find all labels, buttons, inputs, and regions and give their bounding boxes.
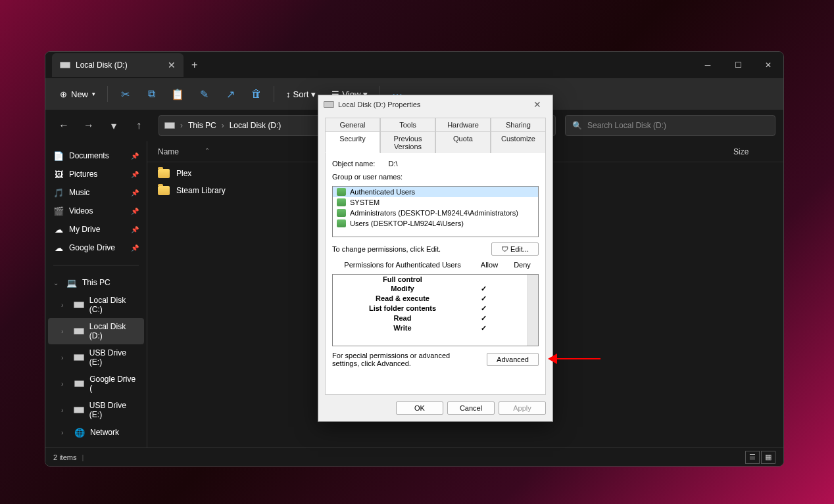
back-button[interactable]: ← [53, 115, 74, 136]
permission-row[interactable]: Write✓ [333, 323, 538, 333]
properties-dialog: Local Disk (D:) Properties ✕ General Too… [318, 95, 553, 422]
chevron-right-icon[interactable]: › [61, 407, 68, 414]
apply-button[interactable]: Apply [499, 401, 546, 415]
chevron-down-icon[interactable]: ⌄ [53, 279, 61, 286]
tab-customize[interactable]: Customize [491, 131, 546, 153]
sidebar-item-pictures[interactable]: 🖼Pictures📌 [48, 165, 144, 183]
sidebar-item-gdrive[interactable]: ›Google Drive ( [48, 371, 144, 397]
sidebar: 📄Documents📌 🖼Pictures📌 🎵Music📌 🎬Videos📌 … [45, 141, 147, 447]
rename-icon[interactable]: ✎ [192, 82, 216, 106]
delete-icon[interactable]: 🗑 [245, 82, 268, 106]
sidebar-item-documents[interactable]: 📄Documents📌 [48, 147, 144, 165]
group-label: Group or user names: [332, 173, 539, 181]
users-listbox[interactable]: Authenticated Users SYSTEM Administrator… [332, 186, 539, 237]
forward-button[interactable]: → [78, 115, 99, 136]
titlebar: Local Disk (D:) ✕ + ─ ☐ ✕ [45, 52, 783, 78]
chevron-right-icon[interactable]: › [61, 429, 69, 436]
statusbar: 2 items | ☰ ▦ [45, 447, 783, 466]
sidebar-item-googledrive[interactable]: ☁Google Drive📌 [48, 239, 144, 257]
details-view-icon[interactable]: ☰ [745, 451, 760, 464]
disk-icon [60, 62, 70, 68]
users-icon [337, 209, 346, 217]
grid-view-icon[interactable]: ▦ [761, 451, 775, 464]
minimize-button[interactable]: ─ [693, 52, 723, 78]
sidebar-item-drive-d[interactable]: ›Local Disk (D:) [48, 318, 144, 344]
pin-icon: 📌 [131, 208, 139, 215]
ok-button[interactable]: OK [396, 401, 443, 415]
new-tab-button[interactable]: + [184, 59, 205, 71]
folder-icon [158, 169, 170, 178]
window-tab[interactable]: Local Disk (D:) ✕ [52, 53, 184, 77]
tab-general[interactable]: General [325, 118, 380, 131]
tab-tools[interactable]: Tools [380, 118, 435, 131]
pin-icon: 📌 [131, 244, 139, 252]
close-button[interactable]: ✕ [753, 52, 783, 78]
disk-icon [324, 101, 334, 108]
pin-icon: 📌 [131, 152, 139, 160]
chevron-down-icon: ▾ [92, 91, 95, 97]
user-item[interactable]: Administrators (DESKTOP-LM924L4\Administ… [333, 208, 538, 218]
deny-header: Deny [506, 261, 539, 269]
sidebar-item-network[interactable]: ›🌐Network [48, 423, 144, 442]
advanced-text: For special permissions or advanced sett… [332, 352, 479, 367]
tab-hardware[interactable]: Hardware [435, 118, 491, 131]
dialog-close-button[interactable]: ✕ [527, 99, 547, 110]
shield-icon: 🛡 [501, 245, 508, 253]
sidebar-item-mydrive[interactable]: ☁My Drive📌 [48, 220, 144, 239]
new-button-label: New [71, 89, 88, 99]
tab-security[interactable]: Security [325, 131, 380, 153]
user-item[interactable]: SYSTEM [333, 197, 538, 208]
sidebar-item-usb-e[interactable]: ›USB Drive (E:) [48, 344, 144, 371]
sidebar-item-drive-c[interactable]: ›Local Disk (C:) [48, 292, 144, 318]
permissions-listbox[interactable]: Full controlModify✓Read & execute✓List f… [332, 274, 539, 346]
copy-icon[interactable]: ⧉ [139, 82, 163, 106]
permission-row[interactable]: List folder contents✓ [333, 304, 538, 313]
sidebar-item-usb-e2[interactable]: ›USB Drive (E:) [48, 397, 144, 423]
permissions-label: Permissions for Authenticated Users [332, 261, 473, 269]
new-button[interactable]: ⊕ New ▾ [53, 85, 102, 103]
edit-button[interactable]: 🛡 Edit... [491, 242, 539, 256]
dialog-title: Local Disk (D:) Properties [338, 101, 420, 108]
permission-row[interactable]: Read & execute✓ [333, 294, 538, 304]
advanced-button[interactable]: Advanced [487, 353, 539, 366]
tab-sharing[interactable]: Sharing [491, 118, 546, 131]
file-name: Plex [176, 169, 191, 178]
breadcrumb-pc[interactable]: This PC [188, 121, 216, 130]
cut-icon[interactable]: ✂ [113, 82, 137, 106]
up-button[interactable]: ↑ [128, 115, 149, 136]
file-name: Steam Library [176, 186, 226, 195]
sidebar-item-music[interactable]: 🎵Music📌 [48, 183, 144, 202]
sidebar-item-videos[interactable]: 🎬Videos📌 [48, 202, 144, 220]
search-input[interactable]: 🔍 Search Local Disk (D:) [565, 115, 775, 136]
sidebar-item-thispc[interactable]: ⌄💻This PC [48, 273, 144, 292]
breadcrumb-disk[interactable]: Local Disk (D:) [230, 121, 282, 130]
pin-icon: 📌 [131, 171, 139, 178]
column-size[interactable]: Size [733, 147, 773, 156]
permission-row[interactable]: Modify✓ [333, 284, 538, 294]
sort-button[interactable]: ↕ Sort ▾ [280, 85, 322, 103]
pin-icon: 📌 [131, 226, 139, 233]
tab-previous-versions[interactable]: Previous Versions [380, 131, 435, 153]
permission-row[interactable]: Read✓ [333, 313, 538, 323]
column-name[interactable]: Name [158, 147, 179, 156]
search-placeholder: Search Local Disk (D:) [587, 121, 666, 130]
chevron-right-icon[interactable]: › [61, 354, 68, 361]
tab-quota[interactable]: Quota [435, 131, 491, 153]
cancel-button[interactable]: Cancel [447, 401, 495, 415]
recent-dropdown[interactable]: ▾ [103, 115, 124, 136]
chevron-right-icon[interactable]: › [61, 328, 68, 335]
chevron-right-icon[interactable]: › [61, 302, 68, 309]
user-item[interactable]: Users (DESKTOP-LM924L4\Users) [333, 218, 538, 229]
close-tab-icon[interactable]: ✕ [168, 60, 176, 70]
item-count: 2 items [53, 453, 76, 461]
scrollbar[interactable] [527, 275, 538, 346]
share-icon[interactable]: ↗ [218, 82, 242, 106]
paste-icon[interactable]: 📋 [166, 82, 189, 106]
dialog-tabs-row1: General Tools Hardware Sharing [318, 114, 552, 131]
allow-header: Allow [473, 261, 506, 269]
chevron-right-icon[interactable]: › [61, 380, 69, 388]
permission-row[interactable]: Full control [333, 275, 538, 284]
maximize-button[interactable]: ☐ [723, 52, 753, 78]
dialog-titlebar: Local Disk (D:) Properties ✕ [318, 95, 552, 114]
user-item[interactable]: Authenticated Users [333, 187, 538, 197]
